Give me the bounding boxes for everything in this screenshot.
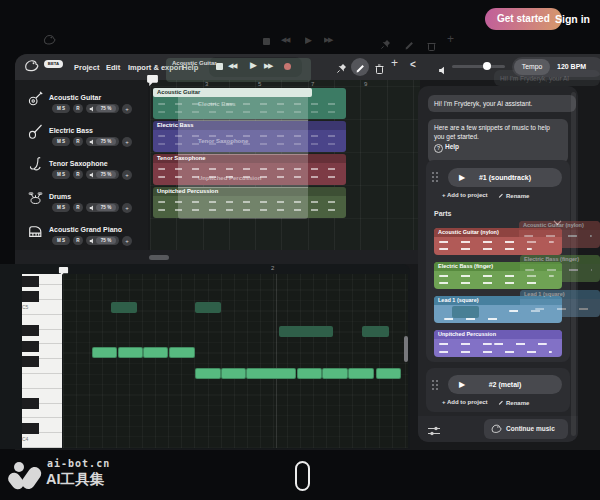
black-key[interactable] bbox=[22, 276, 39, 287]
black-key[interactable] bbox=[22, 291, 39, 302]
ghost-part-label: Electric Bass (finger) bbox=[520, 255, 600, 264]
track-name[interactable]: Tenor Saxophone bbox=[49, 160, 108, 167]
ruler-bar-number: 7 bbox=[311, 81, 314, 87]
ghost-play-icon: ▶ bbox=[305, 35, 312, 45]
piano-roll-grid[interactable] bbox=[63, 274, 408, 448]
volume-icon[interactable] bbox=[438, 61, 447, 79]
get-started-button[interactable]: Get started bbox=[485, 8, 562, 30]
midi-note[interactable] bbox=[221, 368, 246, 379]
volume-slider-knob[interactable] bbox=[483, 62, 491, 70]
drag-ghost-image: Acoustic Guitar bbox=[166, 58, 311, 82]
snippet-title: #2 (metal) bbox=[448, 375, 562, 394]
black-key[interactable] bbox=[22, 341, 39, 352]
volume-control[interactable]: 75 % bbox=[86, 170, 119, 179]
black-key[interactable] bbox=[22, 398, 39, 409]
volume-control[interactable]: 75 % bbox=[86, 203, 119, 212]
midi-note[interactable] bbox=[143, 347, 168, 358]
midi-note[interactable] bbox=[297, 368, 322, 379]
continue-music-label: Continue music bbox=[506, 419, 555, 439]
midi-note[interactable] bbox=[111, 302, 137, 313]
logo-bird-icon bbox=[23, 58, 39, 78]
midi-note[interactable] bbox=[246, 368, 296, 379]
settings-sliders-icon[interactable] bbox=[427, 423, 441, 441]
tempo-value[interactable]: 120 BPM bbox=[557, 63, 586, 70]
mute-solo-buttons[interactable]: M S bbox=[52, 203, 70, 212]
record-arm-button[interactable]: R bbox=[73, 104, 83, 113]
pencil-tool-button[interactable] bbox=[351, 58, 369, 76]
pin-tool-icon[interactable] bbox=[336, 60, 347, 78]
midi-note[interactable] bbox=[195, 302, 221, 313]
mute-solo-buttons[interactable]: M S bbox=[52, 170, 70, 179]
snippet-play-pill[interactable]: ▶ #2 (metal) bbox=[448, 375, 562, 394]
track-name[interactable]: Acoustic Guitar bbox=[49, 94, 101, 101]
track-name[interactable]: Electric Bass bbox=[49, 127, 93, 134]
volume-control[interactable]: 75 % bbox=[86, 104, 119, 113]
ghost-fast-forward-icon: ▶▶ bbox=[324, 36, 332, 44]
continue-music-button[interactable]: Continue music bbox=[484, 419, 568, 439]
ghost-part-label: Lead 1 (square) bbox=[520, 290, 600, 299]
volume-slider-track[interactable] bbox=[452, 65, 505, 68]
ghost-part-clip: Acoustic Guitar (nylon) bbox=[519, 221, 600, 248]
midi-note[interactable] bbox=[348, 368, 374, 379]
black-key[interactable] bbox=[22, 356, 39, 367]
record-arm-button[interactable]: R bbox=[73, 137, 83, 146]
menu-project[interactable]: Project bbox=[74, 63, 99, 72]
mute-solo-buttons[interactable]: M S bbox=[52, 137, 70, 146]
track-options-button[interactable]: + bbox=[122, 104, 132, 114]
track-options-button[interactable]: + bbox=[122, 236, 132, 246]
record-arm-button[interactable]: R bbox=[73, 236, 83, 245]
midi-note[interactable] bbox=[376, 368, 401, 379]
midi-note[interactable] bbox=[362, 326, 389, 337]
add-to-project-button[interactable]: + Add to project bbox=[442, 192, 488, 198]
volume-value: 75 % bbox=[96, 138, 116, 145]
midi-note[interactable] bbox=[195, 368, 221, 379]
add-to-project-button[interactable]: + Add to project bbox=[442, 399, 488, 405]
black-key[interactable] bbox=[22, 423, 39, 434]
help-link[interactable]: ?Help bbox=[434, 143, 459, 150]
part-clip-label: Unpitched Percussion bbox=[434, 330, 562, 339]
piano-keyboard[interactable] bbox=[22, 274, 62, 448]
drag-ghost-overlay: Electric Bass Tenor Saxophone Unpitched … bbox=[178, 88, 308, 219]
volume-control[interactable]: 75 % bbox=[86, 137, 119, 146]
rename-button[interactable]: Rename bbox=[498, 192, 529, 199]
sign-in-button[interactable]: Sign in bbox=[555, 13, 590, 25]
mute-solo-buttons[interactable]: M S bbox=[52, 104, 70, 113]
midi-note[interactable] bbox=[279, 326, 333, 337]
track-name[interactable]: Acoustic Grand Piano bbox=[49, 226, 122, 233]
midi-note[interactable] bbox=[92, 347, 117, 358]
track-options-button[interactable]: + bbox=[122, 203, 132, 213]
midi-note[interactable] bbox=[118, 347, 143, 358]
playhead-marker-icon[interactable] bbox=[146, 73, 159, 91]
rename-button[interactable]: Rename bbox=[498, 399, 529, 406]
black-key[interactable] bbox=[22, 325, 39, 336]
trash-icon[interactable] bbox=[375, 60, 384, 78]
vertical-scrollbar-handle[interactable] bbox=[404, 336, 408, 362]
watermark-site: ai-bot.cn bbox=[47, 458, 110, 469]
part-clip-unpitched-percussion[interactable]: Unpitched Percussion bbox=[434, 330, 562, 357]
track-options-button[interactable]: + bbox=[122, 170, 132, 180]
midi-note[interactable] bbox=[169, 347, 195, 358]
horizontal-scrollbar-handle[interactable] bbox=[149, 255, 169, 260]
record-arm-button[interactable]: R bbox=[73, 203, 83, 212]
cut-icon[interactable]: < bbox=[410, 59, 416, 70]
drag-handle-icon[interactable] bbox=[432, 172, 434, 174]
track-options-button[interactable]: + bbox=[122, 137, 132, 147]
menu-edit[interactable]: Edit bbox=[106, 63, 120, 72]
volume-control[interactable]: 75 % bbox=[86, 236, 119, 245]
volume-value: 75 % bbox=[96, 237, 116, 244]
add-icon[interactable]: + bbox=[391, 56, 398, 70]
horizontal-scrollbar-track[interactable] bbox=[15, 250, 418, 264]
record-arm-button[interactable]: R bbox=[73, 170, 83, 179]
mute-solo-buttons[interactable]: M S bbox=[52, 236, 70, 245]
piano-roll-bar-number: 2 bbox=[271, 265, 274, 271]
assistant-bottom-bar: Continue music bbox=[418, 416, 578, 442]
piano-icon bbox=[26, 222, 44, 244]
snippet-play-pill[interactable]: ▶ #1 (soundtrack) bbox=[448, 168, 562, 187]
midi-note[interactable] bbox=[322, 368, 348, 379]
parts-toggle[interactable]: Parts bbox=[434, 210, 452, 217]
beta-badge: BETA bbox=[44, 60, 63, 68]
ghost-clip-label: Electric Bass bbox=[198, 101, 236, 107]
drag-handle-icon[interactable] bbox=[432, 380, 434, 382]
track-name[interactable]: Drums bbox=[49, 193, 71, 200]
guitar-icon bbox=[27, 90, 44, 111]
